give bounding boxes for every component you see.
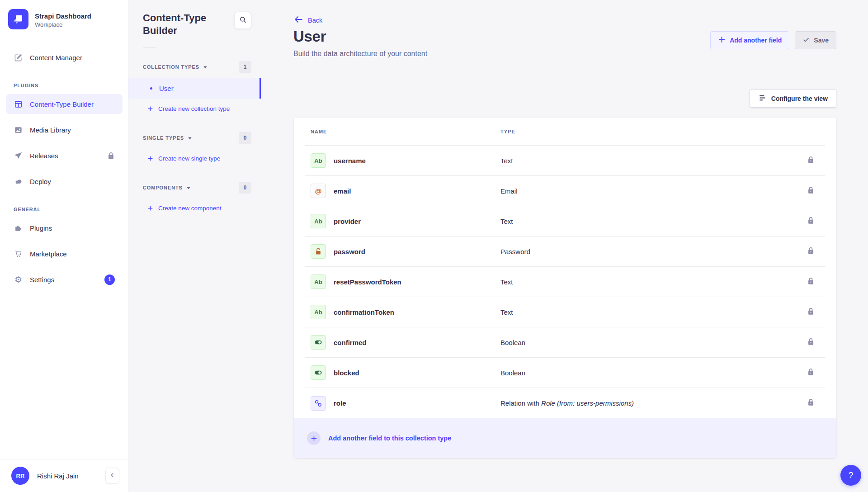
field-name: password — [334, 248, 365, 255]
relation-field-icon — [311, 396, 326, 411]
column-header-name: NAME — [311, 129, 500, 134]
sidebar-item-plugins[interactable]: Plugins — [6, 218, 123, 238]
arrow-left-icon — [293, 14, 303, 26]
field-name: username — [334, 157, 366, 165]
sidebar-footer: RR Rishi Raj Jain — [0, 459, 128, 492]
sidebar-item-deploy[interactable]: Deploy — [6, 171, 123, 191]
text-field-icon: Ab — [311, 214, 326, 228]
sidebar-section-title-general: GENERAL — [6, 207, 123, 212]
create-new-component-link[interactable]: Create new component — [128, 198, 261, 218]
app-title: Strapi Dashboard — [35, 12, 91, 20]
field-type: Relation with — [500, 399, 541, 407]
sidebar-item-releases[interactable]: Releases — [6, 146, 123, 166]
gear-icon: ⚙ — [14, 275, 23, 284]
create-new-single-type-link[interactable]: Create new single type — [128, 148, 261, 168]
field-type-cell: Boolean — [500, 369, 796, 377]
image-icon — [14, 126, 23, 134]
plus-icon — [147, 106, 153, 112]
sidebar-item-label: Deploy — [30, 178, 51, 185]
avatar[interactable]: RR — [11, 467, 29, 485]
brand-text: Strapi Dashboard Workplace — [35, 12, 91, 28]
section-title: COLLECTION TYPES — [143, 64, 199, 70]
table-row-password: passwordPassword — [305, 237, 825, 267]
create-link-label: Create new single type — [158, 155, 220, 162]
field-lock-cell — [796, 186, 825, 196]
column-header-type: TYPE — [500, 129, 796, 134]
sidebar-item-settings[interactable]: ⚙Settings1 — [6, 270, 123, 289]
field-name: confirmed — [334, 339, 367, 346]
table-row-role: roleRelation with Role (from: users-perm… — [305, 388, 825, 418]
field-type-detail: Role (from: users-permissions) — [541, 399, 634, 407]
sidebar-item-content-manager[interactable]: Content Manager — [6, 47, 123, 67]
section-header-collection-types[interactable]: COLLECTION TYPES1 — [143, 61, 251, 73]
app: Strapi Dashboard Workplace Content Manag… — [0, 0, 868, 492]
configure-view-label: Configure the view — [771, 95, 828, 102]
field-type: Text — [500, 218, 513, 225]
sidebar-item-content-type-builder[interactable]: Content-Type Builder — [6, 94, 123, 114]
sidebar-item-media-library[interactable]: Media Library — [6, 120, 123, 140]
field-lock-cell — [796, 307, 825, 317]
table-row-email: @emailEmail — [305, 176, 825, 206]
add-field-footer-button[interactable]: Add another field to this collection typ… — [294, 418, 836, 458]
field-name: email — [334, 187, 351, 195]
workspace-switcher[interactable]: Strapi Dashboard Workplace — [0, 0, 128, 40]
field-name: provider — [334, 218, 361, 225]
table-row-username: AbusernameText — [305, 146, 825, 176]
field-name-cell: password — [311, 244, 500, 259]
header-actions: Add another field Save — [710, 31, 836, 49]
back-link[interactable]: Back — [293, 14, 322, 26]
bullet-icon — [150, 87, 152, 90]
field-lock-cell — [796, 156, 825, 166]
save-button[interactable]: Save — [795, 31, 836, 49]
lock-icon — [807, 156, 815, 166]
field-name-cell: Abusername — [311, 153, 500, 168]
table-row-resetpasswordtoken: AbresetPasswordTokenText — [305, 267, 825, 297]
field-lock-cell — [796, 368, 825, 378]
sidebar-nav: Content ManagerPLUGINSContent-Type Build… — [0, 40, 128, 459]
search-button[interactable] — [234, 12, 251, 29]
add-field-footer-label: Add another field to this collection typ… — [328, 435, 451, 442]
sidebar-item-marketplace[interactable]: Marketplace — [6, 244, 123, 264]
help-button[interactable]: ? — [840, 465, 861, 486]
lock-icon — [807, 186, 815, 196]
create-link-label: Create new component — [158, 205, 222, 212]
sidebar-item-label: Settings — [30, 276, 54, 284]
create-new-collection-type-link[interactable]: Create new collection type — [128, 99, 261, 118]
field-lock-cell — [796, 216, 825, 227]
page-title: User — [293, 28, 427, 45]
collection-type-item-user[interactable]: User — [128, 78, 261, 99]
save-label: Save — [814, 37, 829, 44]
lock-icon — [807, 398, 815, 408]
lock-icon — [807, 368, 815, 378]
workspace-name: Workplace — [35, 21, 91, 28]
chevron-left-icon — [109, 472, 115, 479]
sidebar: Strapi Dashboard Workplace Content Manag… — [0, 0, 128, 492]
table-row-blocked: blockedBoolean — [305, 358, 825, 388]
field-type: Boolean — [500, 369, 525, 377]
password-field-icon — [311, 244, 326, 259]
field-lock-cell — [796, 246, 825, 257]
collapse-sidebar-button[interactable] — [105, 468, 119, 484]
field-type-cell: Text — [500, 218, 796, 225]
table-row-confirmed: confirmedBoolean — [305, 327, 825, 358]
divider — [143, 47, 156, 47]
sidebar-item-label: Plugins — [30, 224, 52, 232]
panel-header: Content-Type Builder — [128, 0, 261, 37]
configure-view-button[interactable]: Configure the view — [750, 89, 836, 108]
field-name: resetPasswordToken — [334, 278, 401, 286]
lock-icon — [107, 151, 115, 160]
field-name-cell: role — [311, 396, 500, 411]
plus-circle-icon — [307, 431, 321, 445]
page-header: User Build the data architecture of your… — [293, 28, 836, 58]
section-header-components[interactable]: COMPONENTS0 — [143, 182, 251, 194]
layout-icon — [14, 100, 23, 109]
panel-sections: COLLECTION TYPES1UserCreate new collecti… — [128, 61, 261, 218]
section-header-single-types[interactable]: SINGLE TYPES0 — [143, 132, 251, 144]
field-type-cell: Text — [500, 157, 796, 165]
field-type: Password — [500, 248, 530, 255]
add-another-field-button[interactable]: Add another field — [710, 31, 789, 49]
sidebar-item-label: Media Library — [30, 126, 71, 134]
field-type-cell: Boolean — [500, 339, 796, 346]
section-title: COMPONENTS — [143, 185, 183, 190]
table-header: NAME TYPE — [305, 118, 825, 146]
